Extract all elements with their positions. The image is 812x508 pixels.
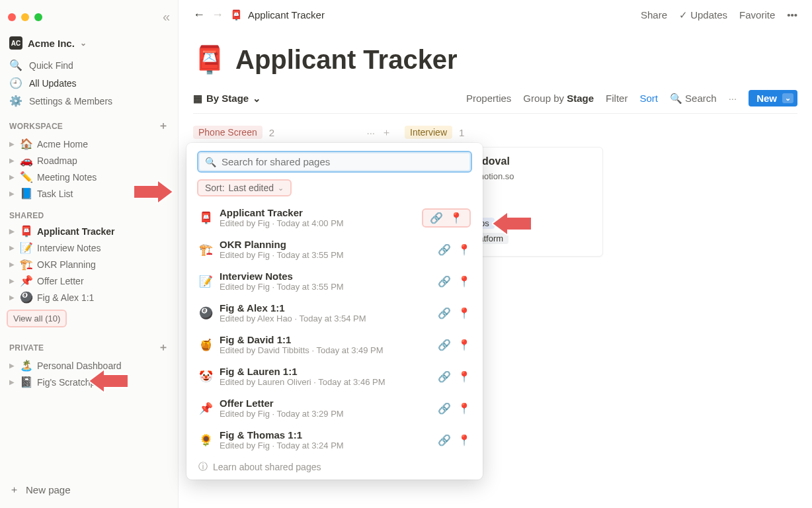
disclosure-triangle-icon[interactable]: ▶ [9,261,16,268]
chevron-down-icon: ⌄ [80,38,87,48]
close-window-icon[interactable] [8,13,16,21]
properties-button[interactable]: Properties [466,93,511,104]
minimize-window-icon[interactable] [21,13,29,21]
sidebar-item-workspace-1[interactable]: ▶🚗Roadmap [0,152,178,169]
page-emoji-icon: 📌 [20,275,33,287]
page-emoji-icon: 🤡 [198,370,213,384]
link-icon[interactable]: 🔗 [438,275,451,288]
popup-page-row[interactable]: 🎱Fig & Alex 1:1Edited by Alex Hao · Toda… [193,297,476,329]
sidebar-item-workspace-0[interactable]: ▶🏠Acme Home [0,136,178,152]
settings-label: Settings & Members [29,96,112,106]
sidebar-item-label: OKR Planning [37,259,96,270]
shared-section-header: SHARED [0,202,178,223]
popup-page-row[interactable]: 📌Offer LetterEdited by Fig · Today at 3:… [193,392,476,424]
popup-page-actions: 🔗📍 [438,434,471,446]
popup-page-row[interactable]: 📝Interview NotesEdited by Fig · Today at… [193,265,476,297]
link-icon[interactable]: 🔗 [438,402,451,415]
page-emoji-icon[interactable]: 📮 [193,44,226,75]
column-add-icon[interactable]: ＋ [382,126,391,139]
new-page-button[interactable]: ＋New page [0,477,178,503]
popup-page-row[interactable]: 📮Applicant TrackerEdited by Fig · Today … [193,202,476,233]
popup-page-row[interactable]: 🍯Fig & David 1:1Edited by David Tibbitts… [193,329,476,360]
popup-page-actions: 🔗📍 [422,208,471,228]
nav-back-icon[interactable]: ← [193,8,205,22]
disclosure-triangle-icon[interactable]: ▶ [9,173,16,181]
popup-page-actions: 🔗📍 [438,402,471,415]
column-tag[interactable]: Phone Screen [193,126,263,139]
sidebar-item-shared-2[interactable]: ▶🏗️OKR Planning [0,256,178,273]
breadcrumb[interactable]: 📮Applicant Tracker [230,9,325,21]
popup-sort-value: Last edited [229,183,274,193]
sidebar-item-shared-0[interactable]: ▶📮Applicant Tracker [0,223,178,239]
view-all-shared[interactable]: View all (10) [7,310,67,327]
sidebar-item-shared-4[interactable]: ▶🎱Fig & Alex 1:1 [0,289,178,306]
sidebar-item-shared-1[interactable]: ▶📝Interview Notes [0,239,178,256]
popup-sort[interactable]: Sort: Last edited ⌄ [197,179,292,196]
disclosure-triangle-icon[interactable]: ▶ [9,190,16,197]
nav-forward-icon[interactable]: → [212,8,223,22]
popup-page-row[interactable]: 🤡Fig & Lauren 1:1Edited by Lauren Oliver… [193,360,476,392]
popup-page-title: Fig & Alex 1:1 [220,302,431,314]
page-emoji-icon: 📓 [20,376,33,388]
pin-icon[interactable]: 📍 [458,275,471,288]
maximize-window-icon[interactable] [34,13,42,21]
disclosure-triangle-icon[interactable]: ▶ [9,244,16,251]
more-options-icon[interactable]: ··· [729,93,737,104]
workspace-switcher[interactable]: AC Acme Inc. ⌄ [0,34,178,56]
disclosure-triangle-icon[interactable]: ▶ [9,277,16,284]
link-icon[interactable]: 🔗 [438,370,451,383]
disclosure-triangle-icon[interactable]: ▶ [9,157,16,164]
pin-icon[interactable]: 📍 [458,370,471,383]
quick-find[interactable]: 🔍Quick Find [0,56,178,74]
link-icon[interactable]: 🔗 [438,307,451,319]
popup-page-row[interactable]: 🌻Fig & Thomas 1:1Edited by Fig · Today a… [193,424,476,456]
breadcrumb-title: Applicant Tracker [248,9,325,21]
popup-search[interactable]: 🔍 [197,151,472,173]
disclosure-triangle-icon[interactable]: ▶ [9,294,16,301]
link-icon[interactable]: 🔗 [438,339,451,351]
popup-page-actions: 🔗📍 [438,307,471,319]
updates-button[interactable]: ✓ Updates [679,9,727,21]
sidebar: « AC Acme Inc. ⌄ 🔍Quick Find 🕘All Update… [0,0,179,508]
pin-icon[interactable]: 📍 [458,434,471,446]
collapse-sidebar-icon[interactable]: « [163,9,170,24]
pin-icon[interactable]: 📍 [458,307,471,319]
pin-icon[interactable]: 📍 [458,339,471,351]
disclosure-triangle-icon[interactable]: ▶ [9,140,16,148]
sidebar-item-shared-3[interactable]: ▶📌Offer Letter [0,273,178,289]
favorite-button[interactable]: Favorite [739,9,775,21]
group-by-button[interactable]: Group by Stage [523,93,594,104]
page-emoji-icon: 🍯 [198,338,213,352]
view-selector[interactable]: ▦By Stage⌄ [193,93,261,105]
column-tag[interactable]: Interview [405,126,452,139]
disclosure-triangle-icon[interactable]: ▶ [9,362,16,369]
popup-search-input[interactable] [222,156,464,167]
search-button[interactable]: 🔍 Search [670,93,717,105]
pin-icon[interactable]: 📍 [458,402,471,415]
share-button[interactable]: Share [641,9,667,21]
settings-members[interactable]: ⚙️Settings & Members [0,92,178,110]
learn-shared-pages[interactable]: ⓘLearn about shared pages [193,456,476,474]
pin-icon[interactable]: 📍 [450,212,463,224]
pin-icon[interactable]: 📍 [458,243,471,256]
filter-button[interactable]: Filter [606,93,628,104]
link-icon[interactable]: 🔗 [438,434,451,446]
column-more-icon[interactable]: ··· [366,127,375,138]
disclosure-triangle-icon[interactable]: ▶ [9,228,16,235]
new-button[interactable]: New⌄ [749,90,797,106]
workspace-icon: AC [9,36,22,50]
link-icon[interactable]: 🔗 [438,243,451,256]
sort-button[interactable]: Sort [639,93,658,104]
page-emoji-icon: 📌 [198,402,213,415]
more-icon[interactable]: ••• [787,9,797,21]
popup-sort-label: Sort: [205,183,225,193]
popup-page-row[interactable]: 🏗️OKR PlanningEdited by Fig · Today at 3… [193,233,476,265]
link-icon[interactable]: 🔗 [430,212,443,224]
all-updates[interactable]: 🕘All Updates [0,74,178,92]
popup-page-subtitle: Edited by Fig · Today at 3:29 PM [220,409,431,419]
add-private-page-icon[interactable]: ＋ [158,341,169,355]
add-page-icon[interactable]: ＋ [158,119,169,133]
chevron-down-icon[interactable]: ⌄ [782,93,793,103]
page-title-text[interactable]: Applicant Tracker [235,45,458,75]
disclosure-triangle-icon[interactable]: ▶ [9,378,16,386]
